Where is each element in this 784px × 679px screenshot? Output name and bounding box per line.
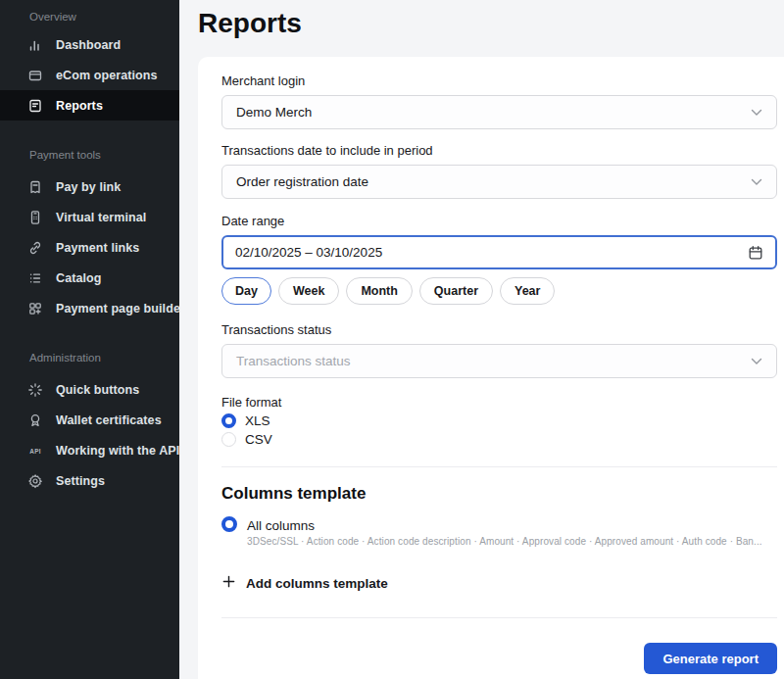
sidebar: Overview Dashboard eCom operations Repor… <box>0 0 179 679</box>
section-divider <box>221 466 777 467</box>
columns-template-heading: Columns template <box>221 483 777 505</box>
sidebar-item-label: Reports <box>56 99 103 113</box>
radio-checked-icon <box>221 413 236 428</box>
period-chip-year[interactable]: Year <box>500 277 555 305</box>
radio-unchecked-icon <box>221 432 236 447</box>
period-chip-day[interactable]: Day <box>221 277 271 305</box>
sidebar-item-ecom-operations[interactable]: eCom operations <box>0 60 179 90</box>
file-format-group: File format XLS CSV <box>221 396 777 448</box>
sidebar-item-quick-buttons[interactable]: Quick buttons <box>0 374 179 405</box>
ecom-operations-icon <box>27 68 43 83</box>
file-format-option-xls[interactable]: XLS <box>221 412 777 429</box>
sidebar-item-reports[interactable]: Reports <box>0 90 179 121</box>
svg-text:API: API <box>29 447 40 454</box>
radio-label: XLS <box>245 413 270 428</box>
generate-report-button[interactable]: Generate report <box>644 643 777 674</box>
sidebar-item-pay-by-link[interactable]: Pay by link <box>0 171 179 202</box>
wallet-certificates-icon <box>27 412 43 428</box>
report-form-card: Merchant login Demo Merch Transactions d… <box>198 57 784 679</box>
transactions-date-label: Transactions date to include in period <box>221 143 777 158</box>
sidebar-section-administration: Administration <box>0 351 179 364</box>
api-icon: API <box>27 443 43 459</box>
date-range-field <box>221 235 777 269</box>
sidebar-item-label: Quick buttons <box>56 383 139 397</box>
sidebar-item-payment-page-builder[interactable]: Payment page builder <box>0 293 179 323</box>
add-columns-template-button[interactable]: Add columns template <box>221 574 777 592</box>
date-range-group: Date range Day Week Month Quarter Year <box>221 214 777 305</box>
page-builder-icon <box>27 301 43 316</box>
merchant-login-label: Merchant login <box>221 73 777 88</box>
calendar-icon[interactable] <box>748 245 763 261</box>
date-range-input[interactable] <box>235 245 748 260</box>
reports-icon <box>27 98 43 114</box>
quick-buttons-icon <box>27 382 43 398</box>
columns-option-label: All columns <box>247 518 315 533</box>
sidebar-item-dashboard[interactable]: Dashboard <box>0 29 179 60</box>
period-chip-week[interactable]: Week <box>278 277 339 305</box>
sidebar-item-settings[interactable]: Settings <box>0 465 179 496</box>
file-format-label: File format <box>221 396 777 410</box>
period-chip-month[interactable]: Month <box>346 277 412 305</box>
sidebar-item-label: Wallet certificates <box>56 413 162 427</box>
transactions-date-value: Order registration date <box>236 174 368 189</box>
merchant-login-value: Demo Merch <box>236 105 312 120</box>
virtual-terminal-icon <box>27 210 43 225</box>
columns-option-description: 3DSec/SSL · Action code · Action code de… <box>247 536 762 548</box>
dashboard-icon <box>27 37 43 53</box>
transactions-date-select[interactable]: Order registration date <box>221 165 777 199</box>
sidebar-item-working-with-api[interactable]: API Working with the API <box>0 435 179 465</box>
main-content: Reports Merchant login Demo Merch Transa… <box>179 0 784 679</box>
catalog-icon <box>27 270 43 286</box>
sidebar-item-label: Settings <box>56 474 105 488</box>
sidebar-item-catalog[interactable]: Catalog <box>0 263 179 293</box>
pay-by-link-icon <box>27 179 43 195</box>
plus-icon <box>221 574 236 593</box>
sidebar-item-wallet-certificates[interactable]: Wallet certificates <box>0 405 179 435</box>
radio-label: CSV <box>245 432 272 447</box>
sidebar-section-payment-tools: Payment tools <box>0 148 179 162</box>
chevron-down-icon <box>751 174 762 189</box>
transactions-date-group: Transactions date to include in period O… <box>221 143 777 199</box>
add-columns-template-label: Add columns template <box>246 576 388 591</box>
payment-links-icon <box>27 240 43 256</box>
sidebar-item-label: eCom operations <box>56 69 158 82</box>
page-title: Reports <box>198 6 302 41</box>
form-footer: Generate report <box>221 643 777 674</box>
columns-option-text: All columns 3DSec/SSL · Action code · Ac… <box>247 516 762 548</box>
merchant-login-select[interactable]: Demo Merch <box>221 95 777 129</box>
transactions-status-label: Transactions status <box>221 322 777 337</box>
radio-checked-icon <box>221 516 237 532</box>
date-range-label: Date range <box>221 214 777 228</box>
sidebar-section-overview: Overview <box>0 10 179 24</box>
sidebar-item-label: Working with the API <box>56 444 179 458</box>
period-chips: Day Week Month Quarter Year <box>221 277 777 305</box>
period-chip-quarter[interactable]: Quarter <box>419 277 493 305</box>
sidebar-item-label: Payment page builder <box>56 302 185 315</box>
chevron-down-icon <box>751 354 762 368</box>
sidebar-item-label: Pay by link <box>56 180 121 194</box>
sidebar-item-virtual-terminal[interactable]: Virtual terminal <box>0 202 179 232</box>
transactions-status-group: Transactions status Transactions status <box>221 322 777 378</box>
settings-icon <box>27 473 43 489</box>
sidebar-item-label: Virtual terminal <box>56 211 146 224</box>
merchant-login-group: Merchant login Demo Merch <box>221 73 777 129</box>
sidebar-item-label: Catalog <box>56 271 102 285</box>
chevron-down-icon <box>751 105 762 120</box>
sidebar-item-payment-links[interactable]: Payment links <box>0 232 179 263</box>
transactions-status-select[interactable]: Transactions status <box>221 344 777 378</box>
file-format-option-csv[interactable]: CSV <box>221 431 777 448</box>
transactions-status-placeholder: Transactions status <box>236 354 351 368</box>
columns-option-all-columns[interactable]: All columns 3DSec/SSL · Action code · Ac… <box>221 516 777 548</box>
sidebar-item-label: Dashboard <box>56 38 121 52</box>
section-divider <box>221 617 777 618</box>
sidebar-item-label: Payment links <box>56 241 139 255</box>
